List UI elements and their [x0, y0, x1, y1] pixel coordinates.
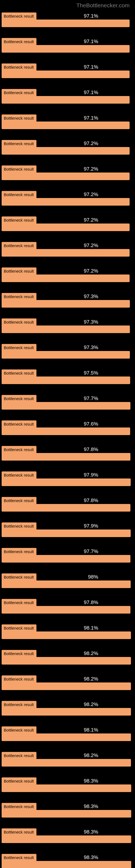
bottleneck-row-value: 97.2% — [84, 141, 133, 147]
bottleneck-row-label: Bottleneck result — [2, 268, 37, 275]
bottleneck-bar — [2, 402, 130, 410]
bottleneck-row-value: 97.8% — [84, 497, 133, 504]
site-name: TheBottlenecker.com — [77, 2, 130, 8]
bottleneck-row-label: Bottleneck result — [2, 803, 37, 810]
bottleneck-row: Bottleneck result97.2% — [2, 191, 133, 206]
bottleneck-bar — [2, 784, 131, 792]
bottleneck-row-label: Bottleneck result — [2, 216, 37, 223]
bottleneck-row-label: Bottleneck result — [2, 675, 37, 682]
bottleneck-row: Bottleneck result97.2% — [2, 242, 133, 257]
bottleneck-row-label: Bottleneck result — [2, 369, 37, 376]
bottleneck-row-value: 98.1% — [84, 727, 133, 734]
bottleneck-row: Bottleneck result98.1% — [2, 624, 133, 639]
bottleneck-row-label: Bottleneck result — [2, 650, 37, 657]
bottleneck-bar — [2, 20, 130, 27]
bottleneck-bar — [2, 275, 130, 282]
bottleneck-row-value: 97.5% — [84, 370, 133, 376]
bottleneck-row: Bottleneck result98.3% — [2, 777, 133, 792]
bottleneck-row-value: 97.2% — [84, 217, 133, 223]
bottleneck-row-label: Bottleneck result — [2, 115, 37, 122]
bottleneck-row: Bottleneck result98.2% — [2, 701, 133, 716]
bottleneck-row: Bottleneck result98.3% — [2, 803, 133, 817]
bottleneck-row-label: Bottleneck result — [2, 89, 37, 96]
bottleneck-bar — [2, 657, 131, 664]
bottleneck-row: Bottleneck result98.3% — [2, 854, 133, 868]
bottleneck-bar — [2, 708, 131, 716]
bottleneck-bar — [2, 147, 130, 155]
bottleneck-row-label: Bottleneck result — [2, 395, 37, 402]
bottleneck-bar — [2, 759, 131, 767]
bottleneck-row: Bottleneck result98.2% — [2, 675, 133, 690]
bottleneck-row-label: Bottleneck result — [2, 140, 37, 147]
bottleneck-row-label: Bottleneck result — [2, 242, 37, 249]
bottleneck-bar — [2, 96, 130, 104]
bottleneck-row-value: 97.6% — [84, 421, 133, 428]
bottleneck-row-value: 97.1% — [84, 115, 133, 122]
bottleneck-bar — [2, 173, 130, 180]
bottleneck-bar — [2, 122, 130, 129]
bottleneck-row: Bottleneck result97.2% — [2, 216, 133, 231]
bottleneck-row: Bottleneck result97.5% — [2, 369, 133, 384]
bottleneck-row: Bottleneck result97.1% — [2, 12, 133, 27]
bottleneck-row-label: Bottleneck result — [2, 165, 37, 173]
bottleneck-row-label: Bottleneck result — [2, 191, 37, 198]
bottleneck-row-value: 98.3% — [84, 855, 133, 861]
page-header: TheBottlenecker.com — [0, 0, 135, 12]
bottleneck-row-value: 98.2% — [84, 702, 133, 708]
bottleneck-bar — [2, 351, 130, 359]
bottleneck-row: Bottleneck result97.2% — [2, 268, 133, 282]
bottleneck-bar — [2, 504, 130, 512]
bottleneck-row-label: Bottleneck result — [2, 471, 37, 478]
bottleneck-row-label: Bottleneck result — [2, 854, 37, 861]
bottleneck-row-value: 97.7% — [84, 549, 133, 555]
bottleneck-row: Bottleneck result97.1% — [2, 89, 133, 104]
bottleneck-row-value: 98.3% — [84, 829, 133, 835]
bottleneck-row: Bottleneck result98.1% — [2, 726, 133, 741]
bottleneck-row-value: 97.1% — [84, 13, 133, 20]
bottleneck-row: Bottleneck result98.3% — [2, 828, 133, 843]
bottleneck-row-value: 97.2% — [84, 191, 133, 198]
bottleneck-row: Bottleneck result97.1% — [2, 63, 133, 78]
bottleneck-row: Bottleneck result97.8% — [2, 599, 133, 614]
bottleneck-row-value: 97.8% — [84, 446, 133, 453]
bottleneck-row-label: Bottleneck result — [2, 777, 37, 784]
bottleneck-row-value: 97.3% — [84, 293, 133, 300]
bottleneck-bar — [2, 478, 131, 486]
bottleneck-result-list: Bottleneck result97.1%Bottleneck result9… — [0, 12, 135, 868]
bottleneck-bar — [2, 198, 130, 206]
bottleneck-row-label: Bottleneck result — [2, 701, 37, 708]
bottleneck-row-value: 98.3% — [84, 803, 133, 810]
bottleneck-row-value: 97.3% — [84, 319, 133, 326]
bottleneck-row-value: 97.2% — [84, 166, 133, 173]
bottleneck-row: Bottleneck result97.8% — [2, 446, 133, 461]
bottleneck-row-value: 97.9% — [84, 472, 133, 478]
bottleneck-bar — [2, 453, 130, 461]
bottleneck-row: Bottleneck result97.8% — [2, 497, 133, 512]
bottleneck-bar — [2, 249, 130, 257]
bottleneck-bar — [2, 376, 130, 384]
bottleneck-bar — [2, 810, 131, 817]
bottleneck-row: Bottleneck result97.9% — [2, 522, 133, 537]
bottleneck-row: Bottleneck result97.1% — [2, 38, 133, 53]
bottleneck-row: Bottleneck result97.7% — [2, 548, 133, 563]
bottleneck-bar — [2, 734, 131, 741]
bottleneck-row-value: 98.2% — [84, 650, 133, 657]
bottleneck-row-value: 97.9% — [84, 523, 133, 529]
bottleneck-row-label: Bottleneck result — [2, 446, 37, 453]
bottleneck-bar — [2, 606, 130, 614]
bottleneck-bar — [2, 326, 130, 333]
bottleneck-row-label: Bottleneck result — [2, 548, 37, 555]
bottleneck-bar — [2, 581, 131, 588]
bottleneck-bar — [2, 70, 130, 78]
bottleneck-row: Bottleneck result97.2% — [2, 140, 133, 155]
bottleneck-row-label: Bottleneck result — [2, 574, 37, 581]
bottleneck-row-label: Bottleneck result — [2, 599, 37, 606]
bottleneck-row-label: Bottleneck result — [2, 828, 37, 835]
bottleneck-row-label: Bottleneck result — [2, 624, 37, 631]
bottleneck-row-label: Bottleneck result — [2, 421, 37, 428]
bottleneck-bar — [2, 861, 131, 868]
bottleneck-row-label: Bottleneck result — [2, 318, 37, 326]
bottleneck-row: Bottleneck result97.9% — [2, 471, 133, 486]
bottleneck-bar — [2, 631, 131, 639]
bottleneck-row-label: Bottleneck result — [2, 497, 37, 504]
